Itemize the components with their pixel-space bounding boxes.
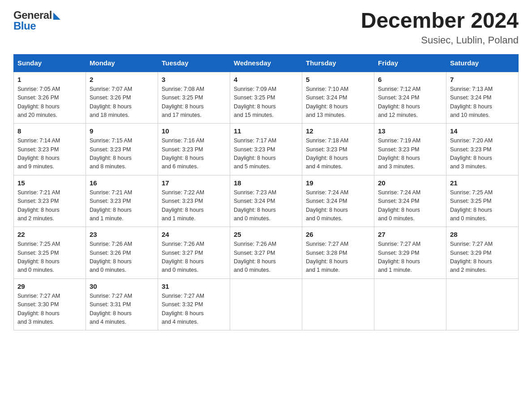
day-number: 19 bbox=[306, 179, 370, 187]
day-info: Sunrise: 7:27 AMSunset: 3:31 PMDaylight:… bbox=[90, 293, 132, 325]
day-number: 2 bbox=[90, 76, 154, 83]
calendar-day-cell: 24 Sunrise: 7:26 AMSunset: 3:27 PMDaylig… bbox=[158, 227, 230, 279]
day-number: 31 bbox=[162, 283, 226, 290]
day-number: 23 bbox=[90, 231, 154, 238]
logo-blue-text: Blue bbox=[13, 20, 36, 32]
day-number: 27 bbox=[378, 231, 442, 238]
calendar-week-row: 15 Sunrise: 7:21 AMSunset: 3:23 PMDaylig… bbox=[14, 175, 519, 227]
calendar-day-cell bbox=[302, 278, 374, 330]
calendar-day-cell: 29 Sunrise: 7:27 AMSunset: 3:30 PMDaylig… bbox=[14, 278, 86, 330]
day-info: Sunrise: 7:20 AMSunset: 3:23 PMDaylight:… bbox=[450, 137, 493, 170]
header-cell-thursday: Thursday bbox=[302, 54, 374, 72]
day-number: 17 bbox=[162, 179, 226, 187]
calendar-day-cell bbox=[230, 278, 302, 330]
calendar-day-cell: 21 Sunrise: 7:25 AMSunset: 3:25 PMDaylig… bbox=[446, 175, 519, 227]
day-info: Sunrise: 7:25 AMSunset: 3:25 PMDaylight:… bbox=[17, 241, 60, 273]
day-info: Sunrise: 7:14 AMSunset: 3:23 PMDaylight:… bbox=[17, 137, 60, 170]
day-info: Sunrise: 7:08 AMSunset: 3:25 PMDaylight:… bbox=[162, 86, 204, 118]
calendar-header-row: SundayMondayTuesdayWednesdayThursdayFrid… bbox=[14, 54, 519, 72]
day-info: Sunrise: 7:17 AMSunset: 3:23 PMDaylight:… bbox=[234, 137, 276, 170]
day-info: Sunrise: 7:15 AMSunset: 3:23 PMDaylight:… bbox=[90, 137, 132, 170]
day-number: 21 bbox=[450, 179, 515, 187]
logo: General Blue bbox=[13, 9, 60, 32]
calendar-day-cell: 30 Sunrise: 7:27 AMSunset: 3:31 PMDaylig… bbox=[86, 278, 158, 330]
day-info: Sunrise: 7:22 AMSunset: 3:23 PMDaylight:… bbox=[162, 189, 204, 222]
day-number: 22 bbox=[17, 231, 82, 238]
day-number: 13 bbox=[378, 127, 442, 135]
day-info: Sunrise: 7:16 AMSunset: 3:23 PMDaylight:… bbox=[162, 137, 204, 170]
day-number: 6 bbox=[378, 76, 442, 83]
day-info: Sunrise: 7:07 AMSunset: 3:26 PMDaylight:… bbox=[90, 86, 132, 118]
title-block: December 2024 Susiec, Lublin, Poland bbox=[361, 9, 519, 46]
day-info: Sunrise: 7:26 AMSunset: 3:26 PMDaylight:… bbox=[90, 241, 132, 273]
day-number: 29 bbox=[17, 283, 82, 290]
calendar-day-cell: 3 Sunrise: 7:08 AMSunset: 3:25 PMDayligh… bbox=[158, 72, 230, 124]
day-number: 12 bbox=[306, 127, 370, 135]
day-info: Sunrise: 7:27 AMSunset: 3:32 PMDaylight:… bbox=[162, 293, 204, 325]
calendar-day-cell: 19 Sunrise: 7:24 AMSunset: 3:24 PMDaylig… bbox=[302, 175, 374, 227]
day-info: Sunrise: 7:25 AMSunset: 3:25 PMDaylight:… bbox=[450, 189, 493, 222]
day-number: 10 bbox=[162, 127, 226, 135]
day-info: Sunrise: 7:09 AMSunset: 3:25 PMDaylight:… bbox=[234, 86, 276, 118]
day-number: 1 bbox=[17, 76, 82, 83]
day-info: Sunrise: 7:27 AMSunset: 3:30 PMDaylight:… bbox=[17, 293, 60, 325]
day-info: Sunrise: 7:27 AMSunset: 3:29 PMDaylight:… bbox=[378, 241, 420, 273]
day-info: Sunrise: 7:12 AMSunset: 3:24 PMDaylight:… bbox=[378, 86, 420, 118]
calendar-day-cell: 13 Sunrise: 7:19 AMSunset: 3:23 PMDaylig… bbox=[374, 124, 446, 176]
calendar-day-cell bbox=[446, 278, 519, 330]
calendar-day-cell: 17 Sunrise: 7:22 AMSunset: 3:23 PMDaylig… bbox=[158, 175, 230, 227]
header-cell-tuesday: Tuesday bbox=[158, 54, 230, 72]
day-info: Sunrise: 7:19 AMSunset: 3:23 PMDaylight:… bbox=[378, 137, 420, 170]
calendar-day-cell: 15 Sunrise: 7:21 AMSunset: 3:23 PMDaylig… bbox=[14, 175, 86, 227]
day-info: Sunrise: 7:26 AMSunset: 3:27 PMDaylight:… bbox=[162, 241, 204, 273]
day-info: Sunrise: 7:13 AMSunset: 3:24 PMDaylight:… bbox=[450, 86, 493, 118]
day-info: Sunrise: 7:27 AMSunset: 3:28 PMDaylight:… bbox=[306, 241, 348, 273]
header-cell-wednesday: Wednesday bbox=[230, 54, 302, 72]
calendar-day-cell: 11 Sunrise: 7:17 AMSunset: 3:23 PMDaylig… bbox=[230, 124, 302, 176]
calendar-day-cell: 5 Sunrise: 7:10 AMSunset: 3:24 PMDayligh… bbox=[302, 72, 374, 124]
calendar-day-cell: 14 Sunrise: 7:20 AMSunset: 3:23 PMDaylig… bbox=[446, 124, 519, 176]
calendar-day-cell: 4 Sunrise: 7:09 AMSunset: 3:25 PMDayligh… bbox=[230, 72, 302, 124]
day-info: Sunrise: 7:23 AMSunset: 3:24 PMDaylight:… bbox=[234, 189, 276, 222]
day-number: 7 bbox=[450, 76, 515, 83]
calendar-day-cell: 23 Sunrise: 7:26 AMSunset: 3:26 PMDaylig… bbox=[86, 227, 158, 279]
day-number: 20 bbox=[378, 179, 442, 187]
day-number: 16 bbox=[90, 179, 154, 187]
calendar-day-cell: 6 Sunrise: 7:12 AMSunset: 3:24 PMDayligh… bbox=[374, 72, 446, 124]
calendar-day-cell: 26 Sunrise: 7:27 AMSunset: 3:28 PMDaylig… bbox=[302, 227, 374, 279]
calendar-day-cell: 31 Sunrise: 7:27 AMSunset: 3:32 PMDaylig… bbox=[158, 278, 230, 330]
calendar-week-row: 22 Sunrise: 7:25 AMSunset: 3:25 PMDaylig… bbox=[14, 227, 519, 279]
header-cell-monday: Monday bbox=[86, 54, 158, 72]
header-cell-sunday: Sunday bbox=[14, 54, 86, 72]
day-number: 28 bbox=[450, 231, 515, 238]
day-info: Sunrise: 7:26 AMSunset: 3:27 PMDaylight:… bbox=[234, 241, 276, 273]
day-number: 18 bbox=[234, 179, 298, 187]
calendar-day-cell: 18 Sunrise: 7:23 AMSunset: 3:24 PMDaylig… bbox=[230, 175, 302, 227]
day-number: 30 bbox=[90, 283, 154, 290]
logo-arrow-icon bbox=[53, 13, 60, 20]
calendar-week-row: 29 Sunrise: 7:27 AMSunset: 3:30 PMDaylig… bbox=[14, 278, 519, 330]
calendar-day-cell bbox=[374, 278, 446, 330]
day-info: Sunrise: 7:05 AMSunset: 3:26 PMDaylight:… bbox=[17, 86, 60, 118]
day-number: 11 bbox=[234, 127, 298, 135]
day-number: 26 bbox=[306, 231, 370, 238]
day-number: 4 bbox=[234, 76, 298, 83]
calendar-day-cell: 20 Sunrise: 7:24 AMSunset: 3:24 PMDaylig… bbox=[374, 175, 446, 227]
calendar-day-cell: 1 Sunrise: 7:05 AMSunset: 3:26 PMDayligh… bbox=[14, 72, 86, 124]
day-number: 24 bbox=[162, 231, 226, 238]
day-info: Sunrise: 7:24 AMSunset: 3:24 PMDaylight:… bbox=[378, 189, 420, 222]
calendar-day-cell: 27 Sunrise: 7:27 AMSunset: 3:29 PMDaylig… bbox=[374, 227, 446, 279]
header-cell-friday: Friday bbox=[374, 54, 446, 72]
page-header: General Blue December 2024 Susiec, Lubli… bbox=[13, 9, 519, 46]
calendar-day-cell: 10 Sunrise: 7:16 AMSunset: 3:23 PMDaylig… bbox=[158, 124, 230, 176]
day-number: 8 bbox=[17, 127, 82, 135]
calendar-day-cell: 25 Sunrise: 7:26 AMSunset: 3:27 PMDaylig… bbox=[230, 227, 302, 279]
day-info: Sunrise: 7:10 AMSunset: 3:24 PMDaylight:… bbox=[306, 86, 348, 118]
day-number: 3 bbox=[162, 76, 226, 83]
calendar-day-cell: 28 Sunrise: 7:27 AMSunset: 3:29 PMDaylig… bbox=[446, 227, 519, 279]
day-number: 9 bbox=[90, 127, 154, 135]
calendar-title: December 2024 bbox=[361, 9, 519, 33]
day-info: Sunrise: 7:21 AMSunset: 3:23 PMDaylight:… bbox=[17, 189, 60, 222]
calendar-week-row: 8 Sunrise: 7:14 AMSunset: 3:23 PMDayligh… bbox=[14, 124, 519, 176]
calendar-day-cell: 16 Sunrise: 7:21 AMSunset: 3:23 PMDaylig… bbox=[86, 175, 158, 227]
